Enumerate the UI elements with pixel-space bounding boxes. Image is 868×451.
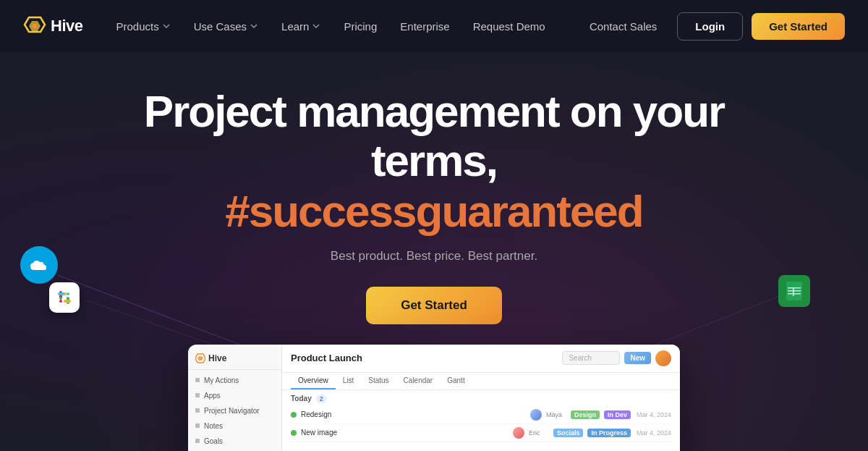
nav-item-request-demo[interactable]: Request Demo [463, 14, 556, 38]
nav-item-pricing[interactable]: Pricing [333, 14, 387, 38]
sidebar-item-goals[interactable]: Goals [188, 434, 281, 449]
navbar: Hive Products Use Cases Learn Pricing En… [0, 0, 868, 52]
contact-sales-button[interactable]: Contact Sales [578, 14, 668, 38]
chevron-down-icon [250, 22, 258, 30]
app-search[interactable]: Search [562, 351, 620, 365]
task-status-dot-2 [291, 430, 297, 436]
svg-rect-11 [59, 297, 62, 300]
nav-links: Products Use Cases Learn Pricing Enterpr… [106, 14, 577, 38]
svg-rect-17 [788, 287, 801, 289]
login-button[interactable]: Login [677, 12, 743, 41]
task-avatar-2 [513, 427, 524, 439]
nav-item-products[interactable]: Products [106, 14, 180, 38]
hero-hashtag: #successguaranteed [225, 185, 642, 237]
sheets-icon [785, 280, 804, 302]
salesforce-icon [29, 258, 49, 272]
logo-text: Hive [51, 17, 82, 35]
get-started-hero-button[interactable]: Get Started [366, 287, 502, 324]
task-status-2: In Progress [587, 429, 631, 437]
app-topbar: Product Launch Search New [282, 345, 680, 373]
tab-calendar[interactable]: Calendar [396, 373, 441, 389]
svg-rect-20 [793, 287, 794, 296]
svg-rect-15 [64, 292, 67, 295]
today-count: 2 [316, 395, 327, 403]
today-label: Today [291, 395, 312, 402]
sidebar-item-my-actions[interactable]: My Actions [188, 373, 281, 388]
salesforce-logo [20, 246, 58, 284]
svg-rect-13 [67, 292, 69, 295]
sidebar-item-apps[interactable]: Apps [188, 388, 281, 403]
hero-section: Project management on your terms, #succe… [0, 52, 868, 324]
task-date-1: Mar 4, 2024 [635, 411, 671, 418]
nav-item-use-cases[interactable]: Use Cases [184, 14, 268, 38]
nav-item-learn[interactable]: Learn [271, 14, 331, 38]
app-content: Today 2 Redesign Maya Design In Dev Mar … [282, 390, 680, 447]
task-name-2: New image [301, 429, 509, 437]
chevron-down-icon [312, 22, 320, 30]
task-date-2: Mar 4, 2024 [635, 429, 671, 437]
sidebar-item-notes[interactable]: Notes [188, 418, 281, 434]
task-name-1: Redesign [301, 410, 526, 418]
task-status-dot [291, 412, 297, 418]
task-tag-2: Socials [553, 429, 584, 437]
tab-gantt[interactable]: Gantt [440, 373, 472, 389]
user-avatar [655, 350, 671, 366]
slack-logo [49, 282, 80, 313]
app-sidebar-logo: Hive [188, 350, 281, 370]
app-topbar-right: Search New [562, 350, 671, 366]
svg-rect-18 [788, 290, 801, 292]
task-status-1: In Dev [604, 410, 631, 419]
task-tag-1: Design [571, 410, 600, 419]
svg-rect-19 [788, 293, 801, 295]
today-row: Today 2 [291, 395, 671, 403]
app-main: Product Launch Search New Overview List [282, 345, 680, 451]
svg-rect-14 [64, 300, 71, 303]
svg-marker-7 [197, 356, 203, 361]
app-window: Hive My Actions Apps Project Navigator N… [188, 345, 680, 451]
tab-overview[interactable]: Overview [291, 373, 336, 389]
nav-right: Contact Sales Login Get Started [578, 12, 845, 41]
task-person-2: Eric [529, 429, 549, 437]
sheets-logo [778, 275, 810, 307]
hive-logo-icon [23, 14, 46, 38]
hero-title: Project management on your terms, [109, 87, 760, 185]
project-title: Product Launch [291, 353, 362, 363]
new-button[interactable]: New [624, 352, 651, 364]
task-row-1[interactable]: Redesign Maya Design In Dev Mar 4, 2024 [291, 406, 671, 424]
slack-icon [55, 288, 74, 307]
sidebar-item-project-navigator[interactable]: Project Navigator [188, 403, 281, 418]
hero-subtitle: Best product. Best price. Best partner. [331, 249, 537, 264]
app-preview-container: Hive My Actions Apps Project Navigator N… [188, 345, 680, 451]
task-person-1: Maya [546, 411, 566, 418]
tab-status[interactable]: Status [361, 373, 396, 389]
chevron-down-icon [162, 22, 171, 30]
svg-rect-9 [59, 300, 62, 303]
app-sidebar: Hive My Actions Apps Project Navigator N… [188, 345, 282, 451]
app-tabs: Overview List Status Calendar Gantt [282, 373, 680, 390]
get-started-nav-button[interactable]: Get Started [752, 13, 845, 40]
hive-sidebar-icon [195, 353, 205, 363]
nav-item-enterprise[interactable]: Enterprise [390, 14, 459, 38]
task-row-2[interactable]: New image Eric Socials In Progress Mar 4… [291, 424, 671, 442]
task-avatar-1 [530, 409, 542, 421]
tab-list[interactable]: List [336, 373, 362, 389]
logo[interactable]: Hive [23, 14, 82, 38]
